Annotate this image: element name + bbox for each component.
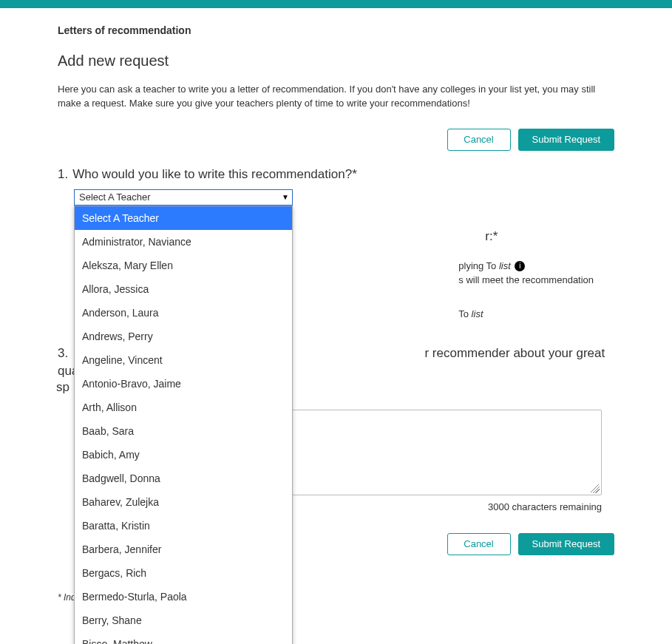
info-icon[interactable]: i xyxy=(515,261,525,271)
question-1-number: 1. xyxy=(58,167,68,181)
cancel-button[interactable]: Cancel xyxy=(447,129,511,151)
teacher-option[interactable]: Babich, Amy xyxy=(75,443,292,467)
top-button-row: Cancel Submit Request xyxy=(58,129,614,151)
teacher-option[interactable]: Arth, Allison xyxy=(75,396,292,419)
teacher-option[interactable]: Aleksza, Mary Ellen xyxy=(75,254,292,277)
teacher-option[interactable]: Antonio-Bravo, Jaime xyxy=(75,372,292,396)
teacher-select[interactable]: Select A Teacher ▼ xyxy=(74,189,293,206)
teacher-option[interactable]: Anderson, Laura xyxy=(75,301,292,325)
teacher-dropdown[interactable]: Select A TeacherAdministrator, NavianceA… xyxy=(74,206,293,644)
question-1: 1.Who would you like to write this recom… xyxy=(58,167,614,206)
teacher-option[interactable]: Badgwell, Donna xyxy=(75,467,292,490)
teacher-select-value: Select A Teacher xyxy=(79,191,151,203)
submit-button-bottom[interactable]: Submit Request xyxy=(518,533,615,555)
teacher-option[interactable]: Andrews, Perry xyxy=(75,325,292,348)
teacher-option[interactable]: Baab, Sara xyxy=(75,419,292,443)
cancel-button-bottom[interactable]: Cancel xyxy=(447,533,511,555)
teacher-select-wrap: Select A Teacher ▼ Select A TeacherAdmin… xyxy=(74,189,293,206)
question-1-text: Who would you like to write this recomme… xyxy=(72,167,357,181)
teacher-dropdown-list[interactable]: Select A TeacherAdministrator, NavianceA… xyxy=(75,206,292,644)
teacher-option[interactable]: Angeline, Vincent xyxy=(75,348,292,372)
teacher-option[interactable]: Barbera, Jennifer xyxy=(75,538,292,561)
teacher-option[interactable]: Berry, Shane xyxy=(75,609,292,632)
resize-handle-icon[interactable] xyxy=(591,484,600,493)
teacher-option[interactable]: Administrator, Naviance xyxy=(75,230,292,254)
teacher-option[interactable]: Bermedo-Sturla, Paola xyxy=(75,585,292,609)
chevron-down-icon: ▼ xyxy=(279,190,292,205)
page-title: Add new request xyxy=(58,52,614,70)
question-3-number: 3. xyxy=(58,346,68,360)
teacher-option[interactable]: Baharev, Zulejka xyxy=(75,490,292,514)
teacher-option[interactable]: Select A Teacher xyxy=(75,206,292,230)
teacher-option[interactable]: Baratta, Kristin xyxy=(75,514,292,538)
teacher-option[interactable]: Allora, Jessica xyxy=(75,277,292,301)
teacher-option[interactable]: Bergacs, Rich xyxy=(75,561,292,585)
section-label: Letters of recommendation xyxy=(58,24,614,36)
top-accent-bar xyxy=(0,0,672,8)
question-1-label: 1.Who would you like to write this recom… xyxy=(58,167,614,182)
submit-button[interactable]: Submit Request xyxy=(518,129,615,151)
teacher-option[interactable]: Bisco, Matthew xyxy=(75,632,292,644)
intro-text: Here you can ask a teacher to write you … xyxy=(58,83,614,111)
